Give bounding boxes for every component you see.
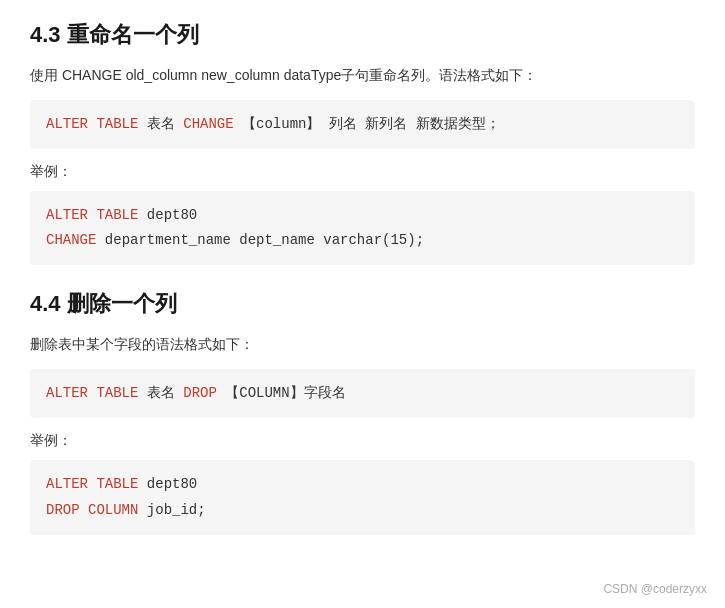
section-4-4-syntax: ALTER TABLE 表名 DROP 【COLUMN】字段名: [30, 369, 695, 418]
section-4-4: 4.4 删除一个列删除表中某个字段的语法格式如下：ALTER TABLE 表名 …: [30, 289, 695, 534]
page-content: 4.3 重命名一个列使用 CHANGE old_column new_colum…: [30, 20, 695, 535]
section-4-4-desc: 删除表中某个字段的语法格式如下：: [30, 333, 695, 357]
section-4-4-example-label: 举例：: [30, 432, 695, 450]
section-4-3: 4.3 重命名一个列使用 CHANGE old_column new_colum…: [30, 20, 695, 265]
section-4-4-title: 4.4 删除一个列: [30, 289, 695, 319]
section-4-3-title: 4.3 重命名一个列: [30, 20, 695, 50]
section-4-3-syntax: ALTER TABLE 表名 CHANGE 【column】 列名 新列名 新数…: [30, 100, 695, 149]
watermark: CSDN @coderzyxx: [603, 582, 707, 596]
section-4-4-example: ALTER TABLE dept80DROP COLUMN job_id;: [30, 460, 695, 534]
section-4-3-example: ALTER TABLE dept80CHANGE department_name…: [30, 191, 695, 265]
section-4-3-example-label: 举例：: [30, 163, 695, 181]
section-4-3-desc: 使用 CHANGE old_column new_column dataType…: [30, 64, 695, 88]
